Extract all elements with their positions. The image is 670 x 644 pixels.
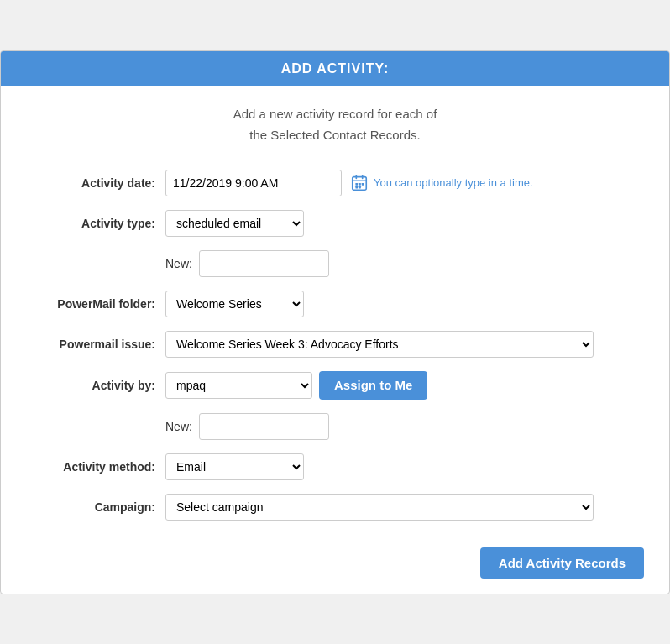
activity-by-select[interactable]: mpaq other <box>165 372 312 399</box>
activity-type-label: Activity type: <box>26 203 160 243</box>
intro-line1: Add a new activity record for each of <box>26 103 644 125</box>
activity-by-row: Activity by: mpaq other Assign to Me <box>26 364 644 406</box>
activity-date-group: You can optionally type in a time. <box>165 170 533 196</box>
new-label-2: New: <box>165 420 192 433</box>
new-activity-type-value-cell: New: <box>160 243 644 284</box>
campaign-row: Campaign: Select campaign Campaign A Cam… <box>26 487 644 527</box>
modal-title: ADD ACTIVITY: <box>281 61 390 76</box>
new-activity-type-label-cell <box>26 243 160 284</box>
svg-rect-4 <box>355 183 358 186</box>
form-table: Activity date: <box>26 163 644 527</box>
powermail-folder-value-cell: Welcome Series Other <box>160 284 644 324</box>
activity-date-row: Activity date: <box>26 163 644 203</box>
new-activity-type-input[interactable] <box>199 250 329 277</box>
modal-header: ADD ACTIVITY: <box>1 51 669 86</box>
modal-footer: Add Activity Records <box>1 536 669 594</box>
campaign-label: Campaign: <box>26 487 160 527</box>
intro-text: Add a new activity record for each of th… <box>26 103 644 146</box>
new-activity-by-input[interactable] <box>199 413 329 440</box>
intro-line2: the Selected Contact Records. <box>26 124 644 146</box>
activity-method-select[interactable]: Email Phone In Person <box>165 453 304 480</box>
activity-date-value-cell: You can optionally type in a time. <box>160 163 644 203</box>
activity-date-label: Activity date: <box>26 163 160 203</box>
activity-date-input[interactable] <box>165 170 342 196</box>
activity-type-value-cell: scheduled email email call meeting note <box>160 203 644 243</box>
powermail-issue-value-cell: Welcome Series Week 3: Advocacy Efforts … <box>160 324 644 364</box>
activity-type-select[interactable]: scheduled email email call meeting note <box>165 210 304 237</box>
svg-rect-7 <box>355 186 358 188</box>
svg-rect-8 <box>359 186 361 188</box>
svg-rect-6 <box>362 183 364 186</box>
powermail-issue-row: Powermail issue: Welcome Series Week 3: … <box>26 324 644 364</box>
activity-method-row: Activity method: Email Phone In Person <box>26 447 644 487</box>
powermail-issue-select[interactable]: Welcome Series Week 3: Advocacy Efforts … <box>165 331 594 358</box>
new-label-1: New: <box>165 257 192 270</box>
new-activity-by-row: New: <box>26 406 644 447</box>
modal-body: Add a new activity record for each of th… <box>1 86 669 536</box>
powermail-issue-label: Powermail issue: <box>26 324 160 364</box>
powermail-folder-row: PowerMail folder: Welcome Series Other <box>26 284 644 324</box>
activity-method-label: Activity method: <box>26 447 160 487</box>
activity-by-group: mpaq other Assign to Me <box>165 371 427 400</box>
add-activity-records-button[interactable]: Add Activity Records <box>480 547 644 579</box>
powermail-folder-label: PowerMail folder: <box>26 284 160 324</box>
activity-by-label: Activity by: <box>26 364 160 406</box>
campaign-select[interactable]: Select campaign Campaign A Campaign B <box>165 494 594 521</box>
svg-rect-5 <box>359 183 361 186</box>
new-activity-by-value-cell: New: <box>160 406 644 447</box>
activity-method-value-cell: Email Phone In Person <box>160 447 644 487</box>
new-activity-by-label-cell <box>26 406 160 447</box>
modal-container: ADD ACTIVITY: Add a new activity record … <box>0 50 670 594</box>
campaign-value-cell: Select campaign Campaign A Campaign B <box>160 487 644 527</box>
assign-to-me-button[interactable]: Assign to Me <box>319 371 427 400</box>
calendar-hint-group: You can optionally type in a time. <box>350 174 533 192</box>
calendar-hint-text: You can optionally type in a time. <box>374 176 533 189</box>
calendar-icon <box>350 174 369 192</box>
new-activity-type-row: New: <box>26 243 644 284</box>
powermail-folder-select[interactable]: Welcome Series Other <box>165 291 304 317</box>
activity-type-row: Activity type: scheduled email email cal… <box>26 203 644 243</box>
activity-by-value-cell: mpaq other Assign to Me <box>160 364 644 406</box>
